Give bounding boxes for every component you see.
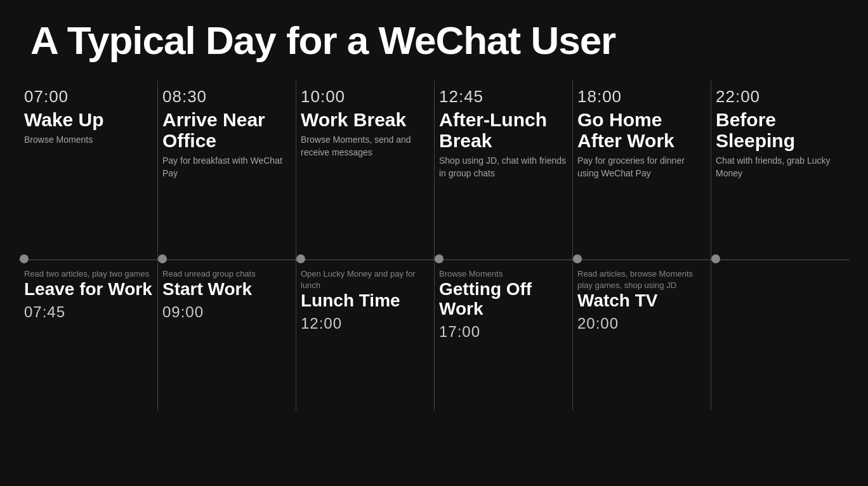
timeline-dot-5	[711, 254, 720, 263]
bottom-desc-3: Browse Moments	[439, 268, 567, 280]
timeline-dot-2	[296, 254, 305, 263]
bottom-desc-0: Read two articles, play two games	[24, 268, 152, 280]
page-title: A Typical Day for a WeChat User	[0, 0, 868, 74]
timeline-col-4: 18:00Go Home After WorkPay for groceries…	[572, 81, 711, 410]
top-title-5: Before Sleeping	[716, 109, 844, 151]
top-desc-2: Browse Moments, send and receive message…	[301, 134, 429, 159]
top-desc-1: Pay for breakfast with WeChat Pay	[162, 155, 291, 180]
timeline-col-2: 10:00Work BreakBrowse Moments, send and …	[296, 81, 434, 410]
timeline-col-0: 07:00Wake UpBrowse MomentsRead two artic…	[19, 81, 157, 410]
bottom-section-2: Open Lucky Money and pay for lunchLunch …	[301, 258, 429, 410]
bottom-section-3: Browse MomentsGetting Off Work17:00	[439, 258, 567, 410]
bottom-desc-2: Open Lucky Money and pay for lunch	[301, 268, 429, 291]
timeline-col-3: 12:45After-Lunch BreakShop using JD, cha…	[434, 81, 572, 410]
bottom-desc-4: Read articles, browse Moments play games…	[577, 268, 706, 291]
top-desc-5: Chat with friends, grab Lucky Money	[716, 155, 844, 180]
timeline-col-1: 08:30Arrive Near OfficePay for breakfast…	[157, 81, 296, 410]
bottom-time-1: 09:00	[162, 303, 291, 321]
bottom-title-4: Watch TV	[577, 291, 706, 311]
bottom-section-4: Read articles, browse Moments play games…	[577, 258, 706, 410]
timeline-dot-1	[158, 254, 167, 263]
top-title-4: Go Home After Work	[577, 109, 706, 151]
top-title-1: Arrive Near Office	[162, 109, 291, 151]
timeline-dot-4	[573, 254, 582, 263]
bottom-section-5	[716, 258, 844, 410]
top-title-2: Work Break	[301, 109, 429, 130]
top-section-0: 07:00Wake UpBrowse Moments	[24, 81, 152, 258]
bottom-time-0: 07:45	[24, 303, 152, 321]
top-time-2: 10:00	[301, 87, 429, 107]
timeline-wrapper: 07:00Wake UpBrowse MomentsRead two artic…	[0, 81, 868, 410]
bottom-time-4: 20:00	[577, 315, 706, 332]
columns: 07:00Wake UpBrowse MomentsRead two artic…	[19, 81, 849, 410]
timeline-dot-3	[435, 254, 444, 263]
bottom-time-2: 12:00	[301, 315, 429, 332]
top-time-5: 22:00	[716, 87, 844, 107]
bottom-time-3: 17:00	[439, 323, 567, 341]
top-section-1: 08:30Arrive Near OfficePay for breakfast…	[162, 81, 291, 258]
bottom-title-2: Lunch Time	[301, 291, 429, 311]
top-title-3: After-Lunch Break	[439, 109, 567, 151]
top-time-3: 12:45	[439, 87, 567, 107]
top-time-1: 08:30	[162, 87, 291, 107]
bottom-section-1: Read unread group chatsStart Work09:00	[162, 258, 291, 410]
bottom-title-3: Getting Off Work	[439, 280, 567, 319]
top-time-4: 18:00	[577, 87, 706, 107]
bottom-title-0: Leave for Work	[24, 280, 152, 299]
top-section-2: 10:00Work BreakBrowse Moments, send and …	[301, 81, 429, 258]
bottom-title-1: Start Work	[162, 280, 291, 299]
top-section-3: 12:45After-Lunch BreakShop using JD, cha…	[439, 81, 567, 258]
top-desc-0: Browse Moments	[24, 134, 152, 147]
timeline-dot-0	[20, 254, 29, 263]
top-desc-4: Pay for groceries for dinner using WeCha…	[577, 155, 706, 180]
timeline-col-5: 22:00Before SleepingChat with friends, g…	[711, 81, 849, 410]
top-time-0: 07:00	[24, 87, 152, 107]
bottom-section-0: Read two articles, play two gamesLeave f…	[24, 258, 152, 410]
bottom-desc-1: Read unread group chats	[162, 268, 291, 280]
top-title-0: Wake Up	[24, 109, 152, 130]
top-section-4: 18:00Go Home After WorkPay for groceries…	[577, 81, 706, 258]
top-desc-3: Shop using JD, chat with friends in grou…	[439, 155, 567, 180]
top-section-5: 22:00Before SleepingChat with friends, g…	[716, 81, 844, 258]
